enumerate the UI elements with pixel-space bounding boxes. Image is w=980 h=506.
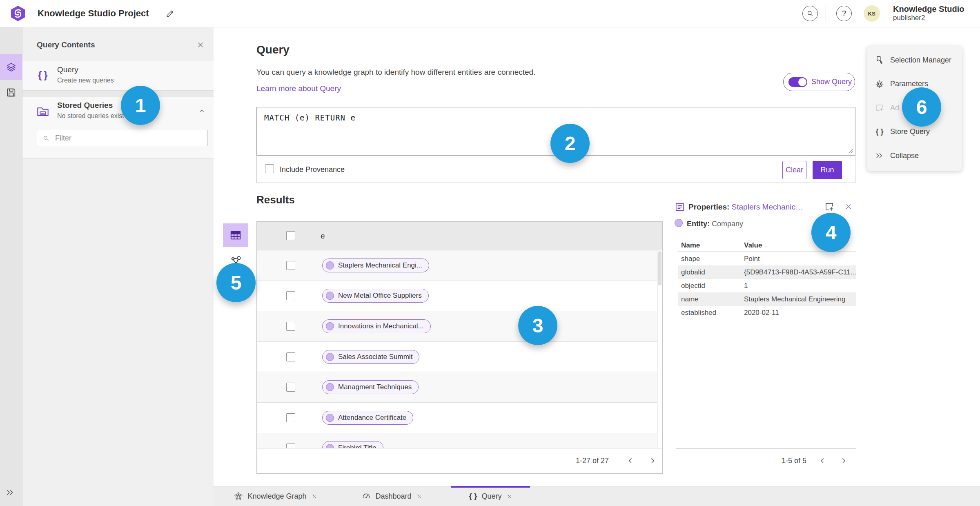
- properties-label: Properties:: [688, 203, 729, 211]
- query-editor-footer: Include Provenance Clear Run: [256, 156, 855, 183]
- properties-footer-divider: [676, 448, 856, 449]
- column-header-e: e: [321, 232, 325, 241]
- chevron-up-icon[interactable]: [198, 107, 205, 115]
- entity-pill[interactable]: Managment Techniques: [322, 380, 419, 394]
- sidebar-item-query[interactable]: { } Query Create new queries: [22, 61, 214, 91]
- properties-pagination-label: 1-5 of 5: [782, 457, 806, 465]
- show-query-toggle[interactable]: Show Query: [783, 73, 855, 91]
- property-row: nameStaplers Mechanical Engineering: [678, 292, 856, 306]
- add-to-new-window-icon[interactable]: [824, 201, 835, 212]
- menu-item-label: Ad: [890, 104, 899, 112]
- tab-close-icon[interactable]: [506, 493, 512, 499]
- select-all-checkbox[interactable]: [286, 231, 295, 240]
- results-heading: Results: [256, 194, 295, 206]
- stored-queries-folder-icon: [36, 105, 49, 118]
- entity-value: Company: [712, 220, 743, 228]
- row-checkbox[interactable]: [286, 352, 295, 361]
- entity-pill[interactable]: Sales Associate Summit: [322, 350, 419, 364]
- results-scrollbar[interactable]: [657, 250, 662, 448]
- row-checkbox[interactable]: [286, 383, 295, 392]
- query-contents-panel: Query Contents { } Query Create new quer…: [22, 27, 214, 506]
- row-checkbox[interactable]: [286, 291, 295, 300]
- row-checkbox[interactable]: [286, 322, 295, 331]
- item-subtitle: Create new queries: [57, 77, 114, 84]
- help-button[interactable]: ?: [836, 6, 852, 21]
- row-checkbox[interactable]: [286, 413, 295, 422]
- resize-handle-icon[interactable]: [849, 149, 853, 154]
- entity-pill[interactable]: Attendance Certificate: [322, 411, 413, 425]
- include-provenance-checkbox[interactable]: [265, 164, 274, 173]
- tab-label: Query: [482, 492, 502, 501]
- collapse-icon: [875, 151, 884, 160]
- entity-pill-label: Staplers Mechanical Engi...: [338, 261, 422, 270]
- project-title: Knowledge Studio Project: [38, 0, 149, 27]
- properties-close-icon[interactable]: [844, 203, 853, 211]
- results-footer: 1-27 of 27: [257, 448, 662, 473]
- save-icon[interactable]: [6, 87, 16, 98]
- query-description: You can query a knowledge graph to ident…: [256, 68, 535, 77]
- gear-icon: [875, 80, 884, 89]
- top-bar: Knowledge Studio Project ? KS Knowledge …: [0, 0, 980, 27]
- panel-divider-band: [22, 91, 214, 97]
- panel-close-icon[interactable]: [196, 41, 205, 49]
- property-name: established: [678, 309, 744, 317]
- entity-pill-label: Attendance Certificate: [338, 414, 406, 422]
- tab-knowledge-graph[interactable]: Knowledge Graph: [220, 486, 331, 506]
- search-button[interactable]: [802, 6, 818, 21]
- filter-search-icon: [42, 135, 49, 142]
- entity-pill-label: Innovations in Mechanical...: [338, 322, 424, 330]
- property-row: objectid1: [678, 279, 856, 292]
- edit-title-pencil-icon[interactable]: [166, 9, 175, 18]
- entity-type-dot: [326, 383, 334, 391]
- tab-label: Knowledge Graph: [247, 492, 306, 501]
- entity-pill[interactable]: Innovations in Mechanical...: [322, 319, 431, 333]
- learn-more-link[interactable]: Learn more about Query: [256, 84, 341, 93]
- property-value: Staplers Mechanical Engineering: [744, 295, 856, 303]
- entity-pill[interactable]: Staplers Mechanical Engi...: [322, 259, 429, 272]
- menu-item-collapse[interactable]: Collapse: [867, 144, 962, 168]
- property-name: name: [678, 295, 744, 303]
- entity-label: Entity:: [687, 220, 710, 228]
- chevron-left-icon[interactable]: [818, 457, 826, 465]
- avatar[interactable]: KS: [864, 5, 880, 22]
- expand-rail-chevrons-icon[interactable]: [5, 488, 14, 497]
- chevron-right-icon[interactable]: [648, 457, 657, 465]
- entity-line: Entity: Company: [687, 220, 743, 228]
- properties-entity-link[interactable]: Staplers Mechanic…: [732, 203, 803, 211]
- tab-close-icon[interactable]: [416, 493, 422, 499]
- annotation-badge-4: 4: [811, 213, 851, 252]
- chevron-left-icon[interactable]: [626, 457, 635, 465]
- toggle-knob: [798, 78, 806, 86]
- results-table-header: e: [257, 222, 662, 250]
- filter-input[interactable]: [54, 134, 191, 143]
- tab-dashboard[interactable]: Dashboard: [347, 486, 437, 506]
- layers-icon[interactable]: [6, 62, 16, 72]
- entity-type-dot: [326, 322, 334, 330]
- row-checkbox[interactable]: [286, 261, 295, 270]
- tab-close-icon[interactable]: [311, 493, 317, 499]
- tab-query[interactable]: { }Query: [451, 486, 530, 506]
- entity-type-dot: [326, 261, 334, 270]
- scrollbar-thumb[interactable]: [658, 251, 662, 285]
- show-query-label: Show Query: [811, 78, 852, 86]
- toggle-switch[interactable]: [788, 77, 807, 87]
- clear-button[interactable]: Clear: [782, 161, 806, 179]
- bottom-tab-bar: Knowledge GraphDashboard{ }Query: [214, 486, 980, 506]
- entity-pill[interactable]: New Metal Office Suppliers: [322, 289, 429, 303]
- result-row: Managment Techniques: [257, 372, 662, 403]
- property-row: established2020-02-11: [678, 306, 856, 319]
- selection-manager-icon: [875, 56, 884, 65]
- properties-title: Properties: Staplers Mechanic…: [688, 203, 803, 212]
- menu-item-selection-manager[interactable]: Selection Manager: [867, 48, 962, 72]
- results-table: e Staplers Mechanical Engi...New Metal O…: [256, 221, 663, 474]
- user-role: publisher2: [893, 14, 964, 22]
- property-name: objectid: [678, 282, 744, 290]
- sidebar-section-stored-queries[interactable]: Stored Queries No stored queries exist: [22, 97, 214, 159]
- properties-table-rows: shapePointglobalid{5D9B4713-F98D-4A53-A5…: [678, 252, 856, 319]
- run-button[interactable]: Run: [813, 161, 842, 179]
- table-view-button[interactable]: [223, 223, 248, 247]
- entity-pill[interactable]: Firebird Title: [322, 441, 383, 448]
- chevron-right-icon[interactable]: [840, 457, 848, 465]
- annotation-badge-6: 6: [902, 87, 941, 127]
- panel-header: Query Contents: [22, 27, 214, 61]
